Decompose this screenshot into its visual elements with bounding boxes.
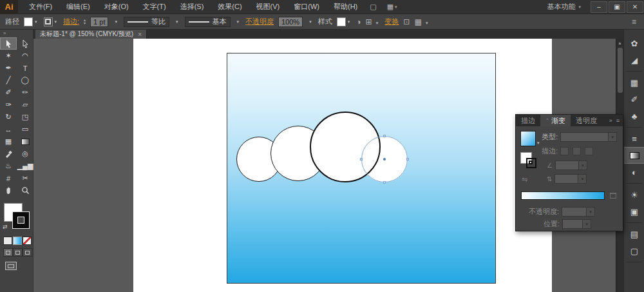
gradient-panel-icon[interactable] — [624, 147, 644, 164]
zoom-tool[interactable] — [17, 184, 33, 197]
tab-stroke[interactable]: 描边 — [516, 115, 540, 126]
type-tool[interactable]: T — [17, 62, 33, 74]
magic-wand-tool[interactable]: ✶ — [0, 50, 17, 62]
direct-selection-tool[interactable] — [17, 37, 33, 50]
brushes-panel-icon[interactable]: ✐ — [624, 91, 644, 108]
gradient-angle-dropdown[interactable]: ▾ — [555, 161, 587, 170]
line-segment-tool[interactable]: ╱ — [0, 74, 17, 86]
appearance-panel-icon[interactable]: ☀ — [624, 186, 644, 203]
rotate-tool[interactable]: ↻ — [0, 111, 17, 123]
center-point[interactable] — [383, 158, 386, 161]
mesh-tool[interactable]: ▦ — [0, 135, 17, 148]
gradient-type-dropdown[interactable]: ▾ — [560, 132, 617, 142]
paintbrush-tool[interactable]: ✐ — [0, 86, 17, 99]
menu-effect[interactable]: 效果(C) — [211, 0, 249, 14]
brush-definition-dropdown[interactable]: 基本 — [185, 17, 231, 27]
artboards-panel-icon[interactable]: ▢ — [624, 242, 644, 259]
graphic-styles-panel-icon[interactable]: ▣ — [624, 203, 644, 220]
color-button[interactable] — [3, 237, 12, 245]
gradient-stroke-across-button[interactable] — [585, 147, 593, 155]
pen-tool[interactable]: ✒ — [0, 62, 17, 74]
tab-transparency[interactable]: 透明度 — [571, 115, 602, 126]
slice-tool[interactable]: ✂ — [17, 172, 33, 184]
chevron-down-icon[interactable]: ▾ — [33, 19, 39, 24]
lasso-tool[interactable]: ◠ — [17, 50, 33, 62]
tab-gradient[interactable]: ⌃ 渐变 — [540, 115, 571, 126]
control-panel-menu-icon[interactable]: ≡ — [632, 17, 639, 26]
gradient-thumbnail[interactable] — [520, 131, 536, 146]
gradient-tool[interactable] — [17, 135, 33, 148]
layers-panel-icon[interactable]: ▤ — [624, 226, 644, 242]
transparency-panel-icon[interactable]: ◐ — [624, 164, 644, 180]
minimize-button[interactable]: – — [591, 1, 607, 13]
chevron-down-icon[interactable]: ▾ — [174, 19, 180, 24]
selection-tool[interactable] — [0, 37, 17, 50]
pencil-tool[interactable]: ✏ — [17, 86, 33, 99]
symbol-sprayer-tool[interactable]: ♨ — [0, 160, 17, 172]
collapse-to-icons-icon[interactable]: » — [609, 117, 612, 124]
stroke-swatch[interactable] — [44, 17, 53, 26]
gradient-stroke-within-button[interactable] — [560, 147, 569, 155]
stroke-panel-icon[interactable]: ≡ — [624, 130, 644, 147]
opacity-field[interactable]: 100% — [278, 17, 303, 27]
scrollbar-thumb[interactable] — [618, 48, 623, 93]
close-button[interactable]: ✕ — [627, 1, 643, 13]
chevron-down-icon[interactable]: ▾ — [235, 19, 242, 24]
swatches-panel-icon[interactable]: ▦ — [624, 74, 644, 91]
style-swatch[interactable] — [337, 17, 346, 26]
isolate-object-icon[interactable]: ⊡ — [403, 17, 410, 26]
draw-normal-button[interactable] — [3, 248, 13, 257]
opacity-link[interactable]: 不透明度 — [245, 17, 274, 26]
blend-tool[interactable]: ◎ — [17, 148, 33, 160]
stroke-panel-link[interactable]: 描边: — [63, 17, 79, 26]
stroke-weight-field[interactable]: 1 pt — [90, 17, 108, 27]
gradient-stroke-proxy[interactable] — [526, 158, 536, 168]
blob-brush-tool[interactable]: ✑ — [0, 99, 17, 111]
ellipse-tool[interactable]: ◯ — [17, 74, 33, 86]
draw-behind-button[interactable] — [13, 248, 23, 257]
chevron-down-icon[interactable]: ▾ — [53, 19, 59, 24]
width-profile-dropdown[interactable]: 等比 — [124, 17, 169, 27]
restore-button[interactable]: ▣ — [609, 1, 625, 13]
menu-help[interactable]: 帮助(H) — [327, 0, 365, 14]
color-panel-icon[interactable]: ✿ — [624, 35, 644, 52]
menu-view[interactable]: 视图(V) — [249, 0, 287, 14]
gradient-slider[interactable] — [521, 191, 605, 200]
eraser-tool[interactable]: ▱ — [17, 99, 33, 111]
scroll-up-icon[interactable]: ▲ — [616, 39, 623, 45]
hand-tool[interactable] — [0, 184, 17, 197]
menu-edit[interactable]: 编辑(E) — [59, 0, 97, 14]
menu-window[interactable]: 窗口(W) — [287, 0, 327, 14]
scale-tool[interactable]: ◳ — [17, 111, 33, 123]
gradient-stroke-along-button[interactable] — [573, 147, 581, 155]
align-dropdown[interactable]: ⊞ ▾ — [365, 17, 380, 26]
style-control[interactable]: ▾ — [337, 17, 352, 26]
recolor-artwork-icon[interactable]: ◑ — [356, 17, 361, 26]
anchor-point[interactable] — [383, 181, 386, 184]
document-tab[interactable]: 未标题-1* @ 150% (CMYK/预览) × — [35, 30, 147, 39]
gradient-button[interactable] — [13, 237, 22, 245]
draw-inside-button[interactable] — [23, 248, 32, 257]
gradient-preset-dropdown-icon[interactable]: ▾ — [537, 141, 540, 146]
column-graph-tool[interactable]: ▁▄▆ — [17, 160, 33, 172]
stroke-proxy[interactable] — [12, 211, 30, 229]
menu-file[interactable]: 文件(F) — [22, 0, 59, 14]
arrange-dropdown[interactable]: ▦ ▾ — [414, 17, 430, 26]
tools-collapse-icon[interactable]: » — [0, 30, 33, 37]
symbols-panel-icon[interactable]: ♣ — [624, 108, 644, 124]
br-icon[interactable]: ▢ — [365, 3, 381, 11]
anchor-point[interactable] — [406, 158, 409, 161]
fill-color-control[interactable]: ▾ — [24, 17, 39, 26]
stop-location-dropdown[interactable]: ▾ — [562, 219, 591, 229]
gradient-aspect-dropdown[interactable]: ▾ — [554, 174, 587, 184]
reverse-gradient-icon[interactable]: ⇋ — [522, 175, 527, 184]
width-tool[interactable]: ↔ — [0, 123, 17, 135]
none-button[interactable] — [23, 237, 32, 245]
menu-type[interactable]: 文字(T) — [136, 0, 173, 14]
menu-select[interactable]: 选择(S) — [173, 0, 211, 14]
swap-fill-stroke-icon[interactable]: ⇄ — [3, 224, 8, 230]
stroke-color-control[interactable]: ▾ — [44, 17, 59, 26]
fill-swatch[interactable] — [24, 17, 33, 26]
panel-menu-icon[interactable]: ≡ — [616, 117, 620, 124]
eyedropper-tool[interactable] — [0, 148, 17, 160]
